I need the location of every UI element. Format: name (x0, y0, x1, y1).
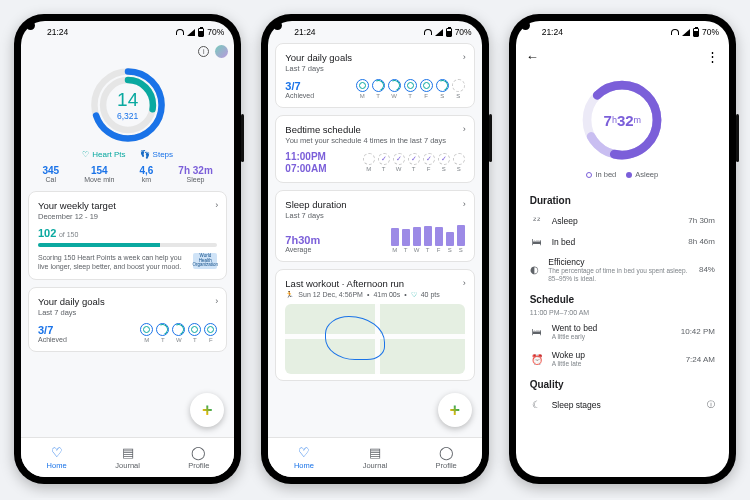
signal-icon (435, 29, 443, 36)
schedule-range: 11:00 PM–7:00 AM (530, 309, 715, 318)
stat-km[interactable]: 4,6 (139, 165, 153, 176)
battery-percent: 70% (207, 27, 224, 37)
weekly-target-card[interactable]: › Your weekly target December 12 - 19 10… (28, 191, 227, 280)
chevron-right-icon: › (463, 278, 466, 288)
status-bar: 21:24 70% (268, 21, 481, 43)
info-icon[interactable]: ⓘ (707, 399, 715, 410)
nav-home[interactable]: ♡Home (21, 438, 92, 477)
battery-percent: 70% (455, 27, 472, 37)
moon-icon: ☾ (530, 399, 544, 410)
battery-icon (198, 28, 204, 37)
row-inbed[interactable]: 🛏 In bed 8h 46m (530, 231, 715, 252)
daily-title: Your daily goals (38, 296, 217, 307)
clock: 21:24 (542, 27, 563, 37)
week-dots: M T W T F (140, 323, 217, 343)
weekly-desc: Scoring 150 Heart Points a week can help… (38, 253, 187, 271)
clock: 21:24 (47, 27, 68, 37)
workout-map[interactable] (285, 304, 464, 374)
quality-title: Quality (530, 379, 715, 390)
bottom-nav: ♡Home ▤Journal ◯Profile (21, 437, 234, 477)
signal-icon (187, 29, 195, 36)
bedtime-dots: M ✓T ✓W ✓T ✓F ✓S S (363, 153, 465, 172)
avatar[interactable] (215, 45, 228, 58)
stat-sleep[interactable]: 7h 32m (178, 165, 212, 176)
bed-icon: 🛏 (530, 236, 544, 247)
status-bar: 21:24 70% (21, 21, 234, 43)
daily-goals-card[interactable]: › Your daily goals Last 7 days 3/7 Achie… (275, 43, 474, 108)
ring-legend: ♡ Heart Pts 👣 Steps (28, 146, 227, 165)
stat-cal[interactable]: 345 (42, 165, 59, 176)
more-icon[interactable]: ⋮ (706, 49, 719, 64)
phone-mock-1: 21:24 70% i (14, 14, 241, 484)
schedule-title: Schedule (530, 294, 715, 305)
phone-mock-3: 21:24 70% ← ⋮ (509, 14, 736, 484)
battery-percent: 70% (702, 27, 719, 37)
sleep-ring[interactable]: 7h 32m (516, 69, 729, 167)
week-dots: M T W T F S S (356, 79, 465, 99)
nav-profile[interactable]: ◯Profile (411, 438, 482, 477)
last-workout-card[interactable]: › Last workout · Afternoon run 🏃 Sun 12 … (275, 269, 474, 381)
sleep-avg: 7h30m (285, 234, 320, 246)
profile-icon: ◯ (439, 445, 454, 460)
info-icon[interactable]: i (198, 46, 209, 57)
signal-icon (682, 29, 690, 36)
wifi-icon (671, 29, 679, 35)
stat-move[interactable]: 154 (84, 165, 114, 176)
front-camera (521, 21, 530, 30)
chevron-right-icon: › (215, 200, 218, 210)
status-bar: 21:24 70% (516, 21, 729, 43)
who-logo: World Health Organization (193, 253, 217, 269)
heart-points-value: 14 (117, 89, 138, 111)
sleep-duration-card[interactable]: › Sleep duration Last 7 days 7h30m Avera… (275, 190, 474, 262)
profile-icon: ◯ (191, 445, 206, 460)
activity-ring[interactable]: 14 6,321 (28, 62, 227, 146)
plus-icon: + (202, 400, 213, 421)
weekly-title: Your weekly target (38, 200, 217, 211)
row-efficiency[interactable]: ◐ Efficiency The percentage of time in b… (530, 252, 715, 288)
chevron-right-icon: › (215, 296, 218, 306)
nav-profile[interactable]: ◯Profile (163, 438, 234, 477)
nav-journal[interactable]: ▤Journal (92, 438, 163, 477)
nav-home[interactable]: ♡Home (268, 438, 339, 477)
daily-achieved: 3/7 (285, 80, 314, 92)
heart-icon: ♡ (298, 445, 310, 460)
bedtime-wake: 07:00AM (285, 163, 326, 175)
journal-icon: ▤ (369, 445, 381, 460)
row-sleep-stages[interactable]: ☾ Sleep stages ⓘ (530, 394, 715, 415)
weekly-score: 102 (38, 227, 56, 239)
bed-icon: 🛏 (530, 326, 544, 337)
legend-heart: Heart Pts (92, 150, 125, 159)
bedtime-sleep: 11:00PM (285, 151, 326, 163)
legend-steps: Steps (153, 150, 173, 159)
duration-title: Duration (530, 195, 715, 206)
battery-icon (693, 28, 699, 37)
heart-icon: ♡ (51, 445, 63, 460)
row-went-to-bed[interactable]: 🛏 Went to bed A little early 10:42 PM (530, 318, 715, 346)
workout-date: Sun 12 Dec, 4:56PM (298, 291, 363, 299)
zzz-icon: ᶻᶻ (530, 215, 544, 226)
fab-add-button[interactable]: + (438, 393, 472, 427)
bedtime-card[interactable]: › Bedtime schedule You met your schedule… (275, 115, 474, 183)
row-woke-up[interactable]: ⏰ Woke up A little late 7:24 AM (530, 345, 715, 373)
sleep-hours: 7 (604, 112, 612, 129)
bottom-nav: ♡Home ▤Journal ◯Profile (268, 437, 481, 477)
clock: 21:24 (294, 27, 315, 37)
nav-journal[interactable]: ▤Journal (339, 438, 410, 477)
workout-pts: 40 pts (421, 291, 440, 299)
sleep-mins: 32 (617, 112, 634, 129)
journal-icon: ▤ (122, 445, 134, 460)
front-camera (26, 21, 35, 30)
daily-achieved: 3/7 (38, 324, 67, 336)
plus-icon: + (449, 400, 460, 421)
wifi-icon (176, 29, 184, 35)
wifi-icon (424, 29, 432, 35)
row-asleep[interactable]: ᶻᶻ Asleep 7h 30m (530, 210, 715, 231)
chevron-right-icon: › (463, 124, 466, 134)
steps-value: 6,321 (117, 111, 138, 121)
back-icon[interactable]: ← (526, 49, 539, 64)
sleep-bars: M T W T F S S (391, 225, 465, 253)
daily-goals-card[interactable]: › Your daily goals Last 7 days 3/7 Achie… (28, 287, 227, 352)
alarm-icon: ⏰ (530, 354, 544, 365)
phone-mock-2: 21:24 70% › Your daily goals Last 7 days… (261, 14, 488, 484)
workout-duration: 41m 00s (373, 291, 400, 299)
